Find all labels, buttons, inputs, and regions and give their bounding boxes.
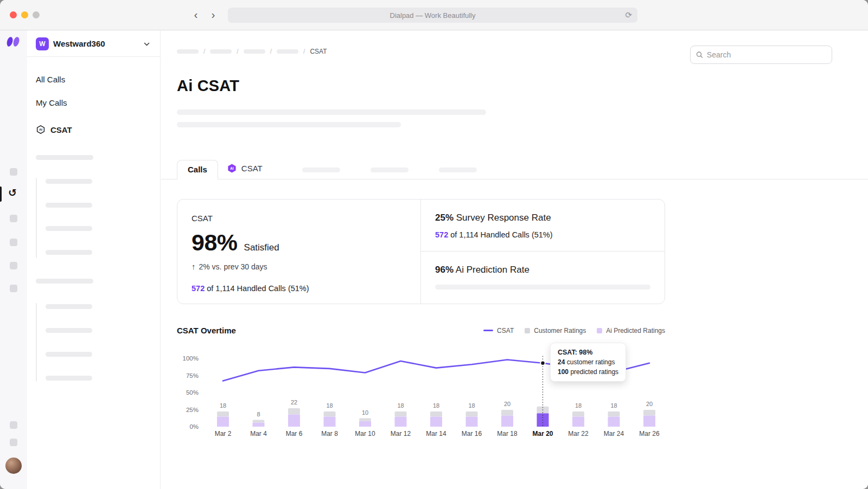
search-icon bbox=[696, 51, 703, 59]
svg-text:18: 18 bbox=[397, 402, 404, 409]
tab-label: CSAT bbox=[241, 164, 263, 173]
skeleton-bar bbox=[46, 226, 92, 231]
tab-calls[interactable]: Calls bbox=[177, 160, 218, 179]
rail-active-indicator bbox=[0, 186, 2, 202]
search-input[interactable] bbox=[707, 50, 826, 59]
csat-qualifier: Satisfied bbox=[244, 242, 279, 253]
rail-icon-placeholder[interactable] bbox=[10, 239, 17, 246]
svg-text:18: 18 bbox=[220, 402, 226, 409]
svg-text:Mar 22: Mar 22 bbox=[568, 430, 589, 437]
chart-header: CSAT Overtime CSAT Customer Ratings Ai P… bbox=[177, 326, 665, 335]
svg-text:Mar 4: Mar 4 bbox=[250, 430, 267, 437]
rail-icon-placeholder[interactable] bbox=[10, 215, 17, 222]
skeleton-tab bbox=[371, 168, 409, 172]
survey-response-card: 25% Survey Response Rate 572 of 1,114 Ha… bbox=[421, 200, 665, 252]
breadcrumb-skeleton bbox=[210, 49, 232, 54]
skeleton-bar bbox=[46, 179, 92, 184]
svg-text:Mar 24: Mar 24 bbox=[604, 430, 624, 437]
sidebar-item-all-calls[interactable]: All Calls bbox=[36, 75, 65, 84]
svg-text:Mar 8: Mar 8 bbox=[321, 430, 338, 437]
svg-text:50%: 50% bbox=[186, 389, 199, 396]
sidebar-item-csat[interactable]: AI CSAT bbox=[36, 125, 72, 134]
svg-text:Mar 26: Mar 26 bbox=[639, 430, 660, 437]
ai-hexagon-icon: AI bbox=[227, 163, 237, 173]
skeleton-bar bbox=[46, 328, 92, 333]
minimize-window-button[interactable] bbox=[21, 11, 28, 18]
breadcrumb-skeleton bbox=[177, 49, 199, 54]
svg-text:Mar 6: Mar 6 bbox=[286, 430, 303, 437]
csat-overtime-chart[interactable]: 0%25%50%75%100%18Mar 28Mar 422Mar 618Mar… bbox=[177, 347, 665, 445]
svg-text:0%: 0% bbox=[189, 423, 199, 430]
csat-trend: ↑ 2% vs. prev 30 days bbox=[192, 262, 406, 271]
breadcrumb-current: CSAT bbox=[310, 48, 327, 55]
csat-handled-calls: 572 of 1,114 Handled Calls (51%) bbox=[192, 284, 406, 293]
rail-icon-placeholder[interactable] bbox=[10, 168, 17, 176]
back-button[interactable]: ‹ bbox=[189, 7, 203, 22]
skeleton-bar bbox=[46, 304, 92, 309]
tooltip-row: 24 customer ratings bbox=[558, 358, 618, 367]
svg-text:18: 18 bbox=[575, 402, 582, 409]
ai-hexagon-icon: AI bbox=[36, 125, 46, 134]
workspace-name: Westward360 bbox=[53, 39, 105, 48]
chevron-down-icon bbox=[143, 41, 150, 48]
line-swatch-icon bbox=[483, 330, 493, 331]
svg-text:Mar 10: Mar 10 bbox=[355, 430, 375, 437]
svg-text:18: 18 bbox=[468, 402, 475, 409]
close-window-button[interactable] bbox=[10, 11, 17, 18]
svg-text:18: 18 bbox=[610, 402, 617, 409]
skeleton-bar bbox=[46, 352, 92, 357]
ai-prediction-title: 96% Ai Prediction Rate bbox=[435, 265, 650, 275]
page-title: Ai CSAT bbox=[177, 77, 239, 95]
svg-text:Mar 14: Mar 14 bbox=[426, 430, 446, 437]
rail-icon-placeholder[interactable] bbox=[10, 262, 17, 269]
forward-button[interactable]: › bbox=[206, 7, 220, 22]
legend-item-ai-predicted-ratings: Ai Predicted Ratings bbox=[597, 327, 665, 334]
skeleton-bar bbox=[36, 155, 93, 160]
csat-stat-card: CSAT 98% Satisfied ↑ 2% vs. prev 30 days… bbox=[177, 200, 421, 304]
svg-text:AI: AI bbox=[39, 128, 42, 131]
address-bar[interactable]: Dialpad — Work Beautifully ⟳ bbox=[228, 8, 637, 23]
svg-text:AI: AI bbox=[230, 166, 234, 170]
zoom-window-button[interactable] bbox=[33, 11, 40, 18]
user-avatar[interactable] bbox=[5, 458, 22, 474]
svg-text:10: 10 bbox=[362, 409, 368, 416]
rail-icon-placeholder[interactable] bbox=[10, 285, 17, 292]
svg-text:20: 20 bbox=[504, 401, 510, 407]
survey-response-title: 25% Survey Response Rate bbox=[435, 213, 650, 223]
breadcrumb-skeleton bbox=[244, 49, 265, 54]
skeleton-tree-line bbox=[36, 303, 37, 382]
legend-item-csat: CSAT bbox=[483, 327, 514, 334]
rail-icon-placeholder[interactable] bbox=[10, 439, 17, 446]
svg-text:8: 8 bbox=[257, 411, 260, 417]
chart-title: CSAT Overtime bbox=[177, 326, 236, 335]
reload-icon[interactable]: ⟳ bbox=[625, 10, 632, 20]
svg-text:Mar 18: Mar 18 bbox=[497, 430, 518, 437]
search-box[interactable] bbox=[690, 46, 832, 64]
history-icon[interactable]: ↺ bbox=[8, 188, 17, 198]
svg-text:25%: 25% bbox=[186, 407, 199, 413]
skeleton-tab bbox=[439, 168, 477, 172]
tab-bar: Calls AI CSAT bbox=[161, 160, 868, 179]
rail-icon-placeholder[interactable] bbox=[10, 421, 17, 429]
skeleton-tab bbox=[302, 168, 340, 172]
page-title-text: Dialpad — Work Beautifully bbox=[390, 11, 476, 20]
window-controls bbox=[10, 11, 40, 18]
sidebar-item-my-calls[interactable]: My Calls bbox=[36, 98, 67, 107]
tab-csat[interactable]: AI CSAT bbox=[218, 159, 271, 179]
workspace-switcher[interactable]: W Westward360 bbox=[27, 30, 160, 57]
csat-label: CSAT bbox=[192, 214, 406, 223]
svg-text:75%: 75% bbox=[186, 372, 199, 379]
svg-text:Mar 12: Mar 12 bbox=[391, 430, 411, 437]
csat-value: 98% bbox=[192, 229, 238, 256]
skeleton-bar bbox=[36, 279, 93, 284]
browser-chrome: ‹ › Dialpad — Work Beautifully ⟳ bbox=[0, 0, 868, 30]
legend-item-customer-ratings: Customer Ratings bbox=[525, 327, 586, 334]
svg-text:Mar 20: Mar 20 bbox=[532, 430, 553, 437]
svg-text:18: 18 bbox=[433, 402, 439, 409]
tooltip-title: CSAT: 98% bbox=[558, 348, 618, 357]
breadcrumb: / / / / CSAT bbox=[177, 48, 327, 55]
skeleton-line bbox=[177, 122, 401, 127]
square-swatch-icon bbox=[525, 328, 530, 333]
svg-text:Mar 16: Mar 16 bbox=[462, 430, 482, 437]
skeleton-tree-line bbox=[36, 178, 37, 258]
